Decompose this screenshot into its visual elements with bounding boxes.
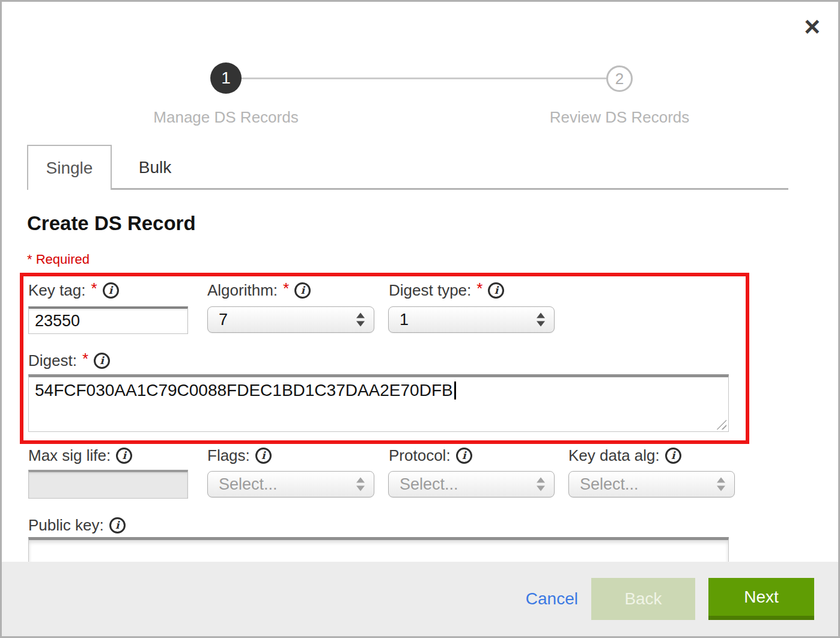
text-cursor — [454, 381, 456, 400]
algorithm-label-text: Algorithm: — [207, 281, 278, 300]
select-arrows-icon — [537, 313, 545, 327]
cancel-button[interactable]: Cancel — [526, 589, 578, 609]
flags-select[interactable]: Select... — [207, 471, 374, 497]
close-icon[interactable]: × — [804, 13, 820, 40]
key-tag-label: Key tag: * i — [28, 281, 119, 300]
required-asterisk: * — [91, 279, 97, 298]
info-icon[interactable]: i — [456, 448, 472, 464]
public-key-label: Public key: i — [28, 516, 126, 535]
protocol-select-value: Select... — [400, 475, 458, 494]
required-asterisk: * — [476, 279, 482, 298]
algorithm-select[interactable]: 7 — [207, 306, 374, 333]
resize-handle-icon[interactable] — [716, 419, 726, 430]
digest-textarea[interactable]: 54FCF030AA1C79C0088FDEC1BD1C37DAA2E70DFB — [28, 374, 729, 432]
select-arrows-icon — [356, 313, 365, 327]
step-1-indicator: 1 — [210, 62, 242, 94]
required-note: * Required — [27, 252, 90, 267]
stepper-connector — [226, 77, 619, 79]
algorithm-select-value: 7 — [219, 311, 228, 329]
create-ds-record-modal: × 1 2 Manage DS Records Review DS Record… — [0, 0, 840, 638]
select-arrows-icon — [356, 478, 365, 491]
key-data-alg-select-value: Select... — [580, 475, 639, 494]
back-button[interactable]: Back — [591, 578, 695, 620]
step-2-label: Review DS Records — [523, 108, 716, 127]
key-data-alg-select[interactable]: Select... — [568, 471, 735, 497]
max-sig-life-label-text: Max sig life: — [28, 446, 111, 465]
digest-type-label-text: Digest type: — [389, 281, 471, 300]
key-data-alg-label: Key data alg: i — [568, 446, 681, 465]
step-2-indicator: 2 — [606, 65, 633, 92]
info-icon[interactable]: i — [294, 282, 311, 299]
digest-value: 54FCF030AA1C79C0088FDEC1BD1C37DAA2E70DFB — [35, 381, 453, 400]
max-sig-life-label: Max sig life: i — [28, 446, 132, 465]
required-asterisk: * — [283, 279, 289, 298]
key-data-alg-label-text: Key data alg: — [568, 446, 660, 465]
info-icon[interactable]: i — [116, 448, 132, 464]
page-title: Create DS Record — [27, 212, 196, 235]
info-icon[interactable]: i — [103, 282, 119, 299]
modal-footer: Cancel Back Next — [2, 562, 838, 636]
algorithm-label: Algorithm: * i — [207, 281, 311, 300]
protocol-label: Protocol: i — [389, 446, 472, 465]
flags-label: Flags: i — [207, 446, 272, 465]
info-icon[interactable]: i — [665, 448, 681, 464]
info-icon[interactable]: i — [109, 517, 126, 533]
flags-label-text: Flags: — [207, 446, 250, 465]
tab-bulk[interactable]: Bulk — [113, 145, 197, 190]
digest-type-select-value: 1 — [400, 311, 409, 329]
select-arrows-icon — [717, 478, 725, 491]
public-key-label-text: Public key: — [28, 516, 104, 535]
digest-type-label: Digest type: * i — [389, 281, 504, 300]
key-tag-label-text: Key tag: — [28, 281, 85, 300]
key-tag-input[interactable] — [28, 306, 188, 334]
digest-label-text: Digest: — [28, 351, 77, 370]
info-icon[interactable]: i — [255, 448, 272, 464]
protocol-label-text: Protocol: — [389, 446, 451, 465]
required-asterisk: * — [82, 350, 88, 368]
info-icon[interactable]: i — [94, 353, 110, 369]
select-arrows-icon — [537, 478, 545, 491]
flags-select-value: Select... — [219, 475, 278, 494]
protocol-select[interactable]: Select... — [388, 471, 555, 497]
next-button[interactable]: Next — [708, 578, 814, 620]
digest-type-select[interactable]: 1 — [388, 306, 555, 333]
tab-single[interactable]: Single — [27, 145, 112, 190]
max-sig-life-input[interactable] — [28, 470, 188, 499]
step-1-label: Manage DS Records — [130, 108, 322, 127]
digest-label: Digest: * i — [28, 351, 110, 370]
info-icon[interactable]: i — [488, 282, 504, 299]
